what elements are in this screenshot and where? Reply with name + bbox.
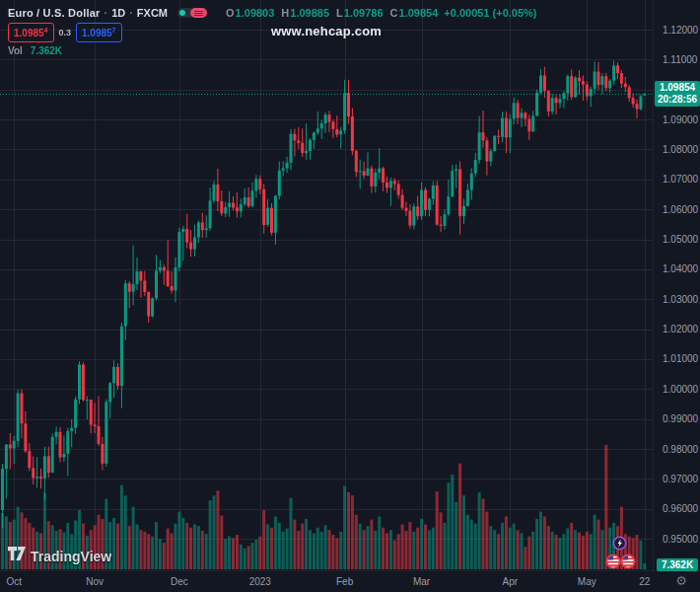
open-value: 1.09803 bbox=[236, 7, 275, 19]
time-axis-label: May bbox=[565, 576, 608, 587]
low-value: 1.09786 bbox=[344, 7, 384, 19]
high-value: 1.09885 bbox=[290, 7, 329, 19]
price-axis-label: 1.12000 bbox=[663, 25, 698, 36]
time-axis-label: Oct bbox=[0, 576, 35, 587]
high-label: H bbox=[281, 7, 289, 19]
price-axis-label: 0.97000 bbox=[663, 474, 698, 484]
time-axis[interactable]: OctNovDec2023FebMarAprMay22 bbox=[0, 570, 700, 592]
volume-label[interactable]: Vol bbox=[8, 45, 23, 56]
lightning-event-icon[interactable] bbox=[612, 536, 627, 555]
open-label: O bbox=[226, 7, 235, 19]
price-axis[interactable]: 1.09854 20:28:56 7.362K 1.120001.110001.… bbox=[653, 0, 700, 570]
spread-value: 0.3 bbox=[59, 28, 72, 37]
price-chart-canvas[interactable] bbox=[0, 0, 653, 570]
volume-value: 7.362K bbox=[31, 45, 62, 56]
tradingview-logo-text: TradingView bbox=[31, 549, 111, 564]
price-axis-label: 0.95000 bbox=[663, 534, 698, 545]
price-axis-label: 1.08000 bbox=[663, 144, 698, 155]
menu-toggle-icon[interactable] bbox=[190, 8, 207, 18]
price-axis-label: 1.07000 bbox=[663, 174, 698, 185]
price-axis-label: 1.02000 bbox=[663, 324, 698, 334]
time-axis-label: Nov bbox=[73, 576, 116, 587]
tradingview-logo[interactable]: TradingView bbox=[8, 547, 111, 565]
price-axis-label: 1.00000 bbox=[663, 384, 698, 395]
buy-ask-button[interactable]: 1.09857 bbox=[76, 23, 122, 41]
price-axis-label: 1.04000 bbox=[663, 263, 698, 274]
price-axis-label: 1.01000 bbox=[663, 353, 698, 364]
time-axis-label: Apr bbox=[488, 576, 531, 587]
time-axis-label: 2023 bbox=[239, 576, 282, 587]
legend-row-volume: Vol 7.362K bbox=[8, 45, 536, 56]
legend-separator: · bbox=[129, 7, 133, 19]
sell-bid-button[interactable]: 1.09854 bbox=[8, 23, 54, 41]
us-flag-event-icon[interactable] bbox=[620, 554, 636, 573]
settings-gear-icon[interactable]: ⚙ bbox=[673, 573, 689, 589]
tradingview-chart-window: www.nehcap.com Euro / U.S. Dollar · 1D ·… bbox=[0, 0, 700, 592]
ohlc-readout: O1.09803 H1.09885 L1.09786 C1.09854 +0.0… bbox=[219, 7, 536, 19]
price-axis-label: 1.11000 bbox=[663, 54, 697, 65]
symbol-title[interactable]: Euro / U.S. Dollar bbox=[8, 7, 100, 19]
current-price-value: 1.09854 bbox=[655, 82, 700, 94]
time-axis-label: 22 bbox=[623, 576, 666, 587]
legend-toggles bbox=[177, 8, 207, 18]
low-label: L bbox=[336, 7, 343, 19]
price-axis-label: 1.09000 bbox=[663, 114, 698, 125]
legend-separator: · bbox=[104, 7, 107, 19]
close-value: 1.09854 bbox=[399, 7, 439, 19]
price-axis-label: 0.99000 bbox=[663, 413, 698, 424]
time-axis-label: Dec bbox=[158, 576, 201, 587]
close-label: C bbox=[390, 7, 398, 19]
price-axis-label: 0.98000 bbox=[663, 444, 698, 455]
price-axis-label: 1.06000 bbox=[663, 204, 698, 215]
volume-badge: 7.362K bbox=[657, 558, 698, 571]
price-axis-label: 1.03000 bbox=[663, 294, 698, 305]
current-price-badge: 1.09854 20:28:56 bbox=[655, 81, 700, 107]
time-axis-label: Feb bbox=[323, 576, 367, 587]
legend-row-symbol: Euro / U.S. Dollar · 1D · FXCM O1.09803 … bbox=[8, 5, 536, 21]
price-axis-label: 1.05000 bbox=[663, 234, 698, 245]
price-axis-label: 0.96000 bbox=[663, 503, 698, 514]
time-axis-label: Mar bbox=[400, 576, 444, 587]
chart-legend: Euro / U.S. Dollar · 1D · FXCM O1.09803 … bbox=[8, 5, 536, 56]
tradingview-logo-icon bbox=[8, 547, 26, 565]
interval-label[interactable]: 1D bbox=[111, 7, 125, 19]
change-value: +0.00051 (+0.05%) bbox=[444, 7, 536, 19]
legend-row-quotes: 1.09854 0.3 1.09857 bbox=[8, 25, 536, 40]
exchange-label: FXCM bbox=[137, 7, 168, 19]
us-flag-event-icon[interactable] bbox=[605, 554, 621, 573]
bar-countdown: 20:28:56 bbox=[655, 94, 700, 106]
